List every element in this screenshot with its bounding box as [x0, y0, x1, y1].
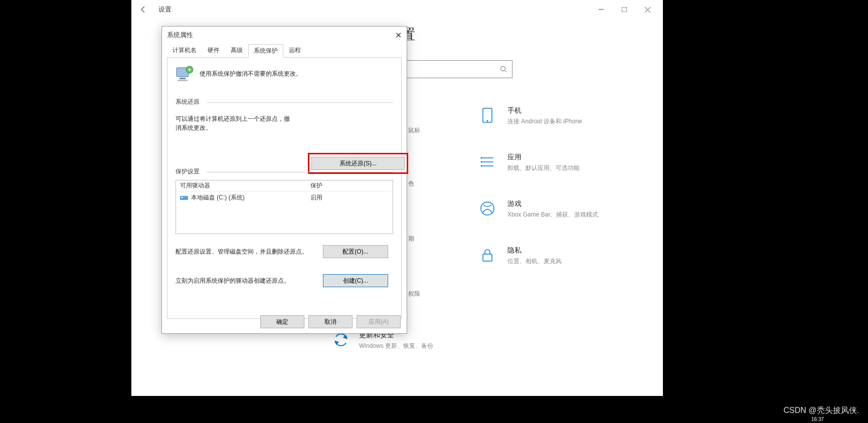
- category-desc: Windows 更新、恢复、备份: [359, 342, 433, 350]
- drive-status: 启用: [310, 193, 322, 202]
- svg-rect-1: [622, 7, 627, 12]
- category-title: 隐私: [507, 246, 562, 255]
- create-text: 立刻为启用系统保护的驱动器创建还原点。: [176, 277, 316, 285]
- svg-rect-18: [178, 80, 188, 81]
- arrow-left-icon: [140, 6, 147, 13]
- svg-line-5: [505, 71, 507, 73]
- category-desc: 卸载、默认应用、可选功能: [507, 164, 580, 172]
- svg-rect-15: [483, 254, 492, 261]
- ok-button[interactable]: 确定: [260, 315, 304, 328]
- system-protection-icon: [176, 65, 194, 83]
- drive-table: 可用驱动器 保护 本地磁盘 (C:) (系统) 启用: [176, 180, 393, 234]
- category-text: 隐私 位置、相机、麦克风: [507, 246, 562, 266]
- category-phone[interactable]: 手机 连接 Android 设备和 iPhone: [478, 106, 649, 126]
- svg-point-12: [481, 161, 482, 163]
- search-icon: [495, 66, 512, 73]
- dialog-title: 系统属性: [167, 31, 193, 40]
- table-row[interactable]: 本地磁盘 (C:) (系统) 启用: [176, 191, 393, 204]
- svg-point-7: [487, 120, 488, 122]
- tab-strip: 计算机名 硬件 高级 系统保护 远程: [162, 44, 407, 57]
- category-apps[interactable]: 应用 卸载、默认应用、可选功能: [478, 153, 649, 172]
- col-drive: 可用驱动器: [180, 181, 310, 190]
- category-text: 游戏 Xbox Game Bar、捕获、游戏模式: [507, 199, 598, 219]
- settings-heading: 设置: [387, 25, 663, 44]
- dialog-titlebar[interactable]: 系统属性 ✕: [162, 27, 407, 44]
- col-protection: 保护: [310, 181, 322, 190]
- partial-label: 色: [408, 179, 414, 188]
- close-button[interactable]: [636, 2, 659, 18]
- lock-icon: [478, 246, 496, 264]
- svg-rect-21: [181, 197, 183, 198]
- drive-name: 本地磁盘 (C:) (系统): [191, 193, 245, 202]
- apply-button[interactable]: 应用(A): [357, 315, 401, 328]
- category-text: 手机 连接 Android 设备和 iPhone: [507, 106, 582, 126]
- partial-label: 期: [408, 235, 414, 243]
- intro-row: 使用系统保护撤消不需要的系统更改。: [176, 65, 393, 83]
- taskbar-clock: 16:37: [811, 416, 824, 422]
- category-desc: 连接 Android 设备和 iPhone: [507, 117, 582, 126]
- window-controls: [590, 2, 659, 18]
- svg-rect-17: [180, 78, 186, 79]
- partial-label: 权限: [408, 290, 420, 298]
- create-row: 立刻为启用系统保护的驱动器创建还原点。 创建(C)...: [176, 274, 393, 287]
- minimize-icon: [599, 7, 604, 12]
- minimize-button[interactable]: [590, 2, 613, 18]
- category-desc: 位置、相机、麦克风: [507, 257, 562, 266]
- watermark: CSDN @秃头披风侠.: [784, 405, 859, 416]
- table-header: 可用驱动器 保护: [176, 180, 393, 191]
- category-privacy[interactable]: 隐私 位置、相机、麦克风: [478, 246, 649, 266]
- configure-button[interactable]: 配置(O)...: [323, 245, 388, 258]
- tab-panel: 使用系统保护撤消不需要的系统更改。 系统还原 可以通过将计算机还原到上一个还原点…: [167, 57, 402, 319]
- settings-app-title: 设置: [158, 5, 171, 14]
- category-text: 应用 卸载、默认应用、可选功能: [507, 153, 580, 172]
- category-gaming[interactable]: 游戏 Xbox Game Bar、捕获、游戏模式: [478, 199, 649, 219]
- svg-point-14: [481, 202, 494, 215]
- dialog-close-button[interactable]: ✕: [395, 31, 402, 40]
- tab-remote[interactable]: 远程: [283, 44, 306, 57]
- configure-row: 配置还原设置、管理磁盘空间，并且删除还原点。 配置(O)...: [176, 245, 393, 258]
- back-button[interactable]: [135, 2, 151, 18]
- maximize-icon: [622, 7, 627, 12]
- restore-description: 可以通过将计算机还原到上一个还原点，撤消系统更改。: [176, 114, 291, 132]
- close-icon: [645, 7, 650, 13]
- dialog-button-row: 确定 取消 应用(A): [260, 315, 401, 328]
- category-title: 游戏: [507, 199, 598, 208]
- svg-point-13: [481, 165, 482, 167]
- intro-text: 使用系统保护撤消不需要的系统更改。: [200, 70, 302, 78]
- tab-system-protection[interactable]: 系统保护: [248, 44, 283, 58]
- drive-icon: [180, 195, 188, 201]
- tab-computername[interactable]: 计算机名: [167, 44, 202, 57]
- configure-text: 配置还原设置、管理磁盘空间，并且删除还原点。: [176, 248, 316, 256]
- category-list: 手机 连接 Android 设备和 iPhone 应用 卸载、默认应用、可选功能…: [478, 106, 649, 266]
- maximize-button[interactable]: [613, 2, 636, 18]
- settings-titlebar: 设置: [131, 0, 663, 19]
- create-button[interactable]: 创建(C)...: [323, 274, 388, 287]
- svg-point-4: [501, 67, 505, 71]
- section-protect-heading: 保护设置: [176, 167, 393, 176]
- phone-icon: [478, 106, 496, 124]
- svg-point-11: [481, 157, 482, 159]
- system-properties-dialog: 系统属性 ✕ 计算机名 硬件 高级 系统保护 远程 使用系统保护撤消不需要的系统…: [161, 26, 407, 334]
- tab-advanced[interactable]: 高级: [225, 44, 248, 57]
- category-title: 手机: [507, 106, 582, 115]
- tab-hardware[interactable]: 硬件: [202, 44, 225, 57]
- restore-row: 可以通过将计算机还原到上一个还原点，撤消系统更改。: [176, 114, 393, 132]
- section-restore-heading: 系统还原: [176, 98, 393, 106]
- category-desc: Xbox Game Bar、捕获、游戏模式: [507, 210, 598, 219]
- category-title: 应用: [507, 153, 580, 162]
- partial-label: 鼠标: [408, 126, 420, 135]
- cancel-button[interactable]: 取消: [308, 315, 353, 328]
- xbox-icon: [478, 199, 496, 218]
- apps-icon: [478, 153, 496, 171]
